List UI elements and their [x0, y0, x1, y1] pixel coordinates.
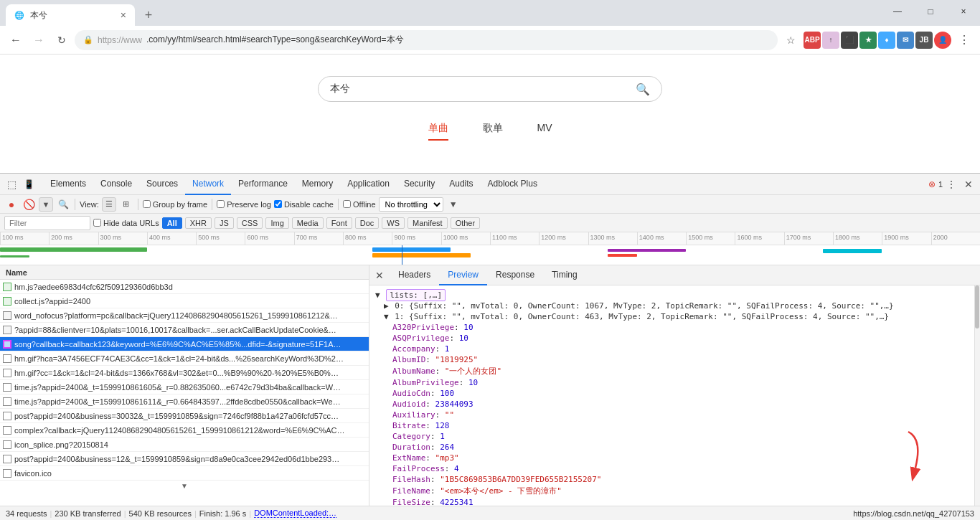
list-item[interactable]: time.js?appid=2400&_t=1599910861611&_r=0…: [0, 394, 369, 409]
search-input[interactable]: [330, 83, 630, 95]
dt-tab-sources[interactable]: Sources: [139, 174, 185, 195]
ext7-icon[interactable]: JB: [915, 32, 933, 49]
tab-playlists[interactable]: 歌单: [483, 122, 503, 141]
request-name: ?appid=88&clientver=10&plats=10016,10017…: [14, 326, 366, 334]
filter-type-font[interactable]: Font: [326, 217, 352, 229]
filter-type-all[interactable]: All: [162, 217, 182, 229]
network-toolbar: ● 🚫 ▼ 🔍 View: ☰ ⊞ Group by frame Preserv…: [0, 195, 980, 214]
search-box[interactable]: 🔍: [318, 76, 662, 102]
clear-btn[interactable]: 🚫: [22, 197, 36, 212]
expand-item0-icon[interactable]: ▶: [384, 301, 389, 311]
rd-tab-response[interactable]: Response: [487, 265, 543, 285]
dt-inspect-btn[interactable]: ⬚: [3, 176, 20, 193]
rd-tab-timing[interactable]: Timing: [543, 265, 586, 285]
hide-data-urls-checkbox[interactable]: Hide data URLs: [93, 219, 159, 227]
list-item[interactable]: icon_splice.png?20150814: [0, 438, 369, 452]
search-btn[interactable]: 🔍: [56, 197, 70, 212]
filter-type-img[interactable]: Img: [265, 217, 288, 229]
dt-tab-console[interactable]: Console: [93, 174, 139, 195]
tab-close-btn[interactable]: ×: [121, 9, 126, 21]
timeline-bar-4: [608, 249, 686, 252]
list-item[interactable]: word_nofocus?platform=pc&callback=jQuery…: [0, 308, 369, 323]
list-item[interactable]: collect.js?appid=2400: [0, 294, 369, 308]
list-item[interactable]: complex?callback=jQuery11240868290480561…: [0, 423, 369, 438]
status-sep2: |: [124, 509, 126, 518]
dt-tab-performance[interactable]: Performance: [231, 174, 295, 195]
offline-checkbox[interactable]: Offline: [343, 200, 376, 209]
filter-type-xhr[interactable]: XHR: [185, 217, 212, 229]
filter-type-css[interactable]: CSS: [237, 217, 263, 229]
ext2-icon[interactable]: ↑: [822, 32, 839, 49]
dt-tab-application[interactable]: Application: [340, 174, 397, 195]
rd-tab-headers[interactable]: Headers: [390, 265, 439, 285]
list-view-btn[interactable]: ☰: [102, 197, 116, 212]
list-item[interactable]: time.js?appid=2400&_t=1599910861605&_r=0…: [0, 380, 369, 394]
rd-tab-preview[interactable]: Preview: [439, 265, 487, 285]
record-btn[interactable]: ●: [4, 197, 19, 212]
back-btn[interactable]: ←: [6, 30, 26, 50]
disable-cache-checkbox[interactable]: Disable cache: [274, 200, 334, 209]
tab-singles[interactable]: 单曲: [428, 122, 448, 141]
expand-item1-icon[interactable]: ▼: [384, 312, 389, 321]
ext3-icon[interactable]: ⬛: [841, 32, 858, 49]
minimize-btn[interactable]: —: [881, 0, 914, 23]
filter-toggle-btn[interactable]: ▼: [39, 197, 53, 212]
throttling-select[interactable]: No throttling Fast 3G Slow 3G: [379, 197, 443, 212]
ext4-icon[interactable]: ★: [859, 32, 877, 49]
forward-btn[interactable]: →: [29, 30, 49, 50]
import-export-btn[interactable]: ▼: [446, 197, 461, 212]
list-item[interactable]: post?appid=2400&business=12&_t=159991085…: [0, 452, 369, 466]
filter-type-other[interactable]: Other: [451, 217, 481, 229]
filter-type-media[interactable]: Media: [292, 217, 324, 229]
dt-settings-btn[interactable]: ⋮: [943, 176, 960, 193]
filter-type-manifest[interactable]: Manifest: [407, 217, 448, 229]
dt-close-btn[interactable]: ✕: [960, 176, 977, 193]
bookmark-btn[interactable]: ☆: [781, 30, 801, 50]
abp-icon[interactable]: ABP: [804, 32, 821, 49]
new-tab-btn[interactable]: +: [138, 4, 159, 26]
more-menu-btn[interactable]: ⋮: [954, 30, 974, 50]
dt-tab-audits[interactable]: Audits: [442, 174, 480, 195]
dt-tab-security[interactable]: Security: [397, 174, 442, 195]
json-field-asq: ASQPrivilege: 10: [375, 333, 974, 344]
close-btn[interactable]: ×: [947, 0, 980, 23]
dt-device-btn[interactable]: 📱: [20, 176, 37, 193]
reload-btn[interactable]: ↻: [52, 30, 72, 50]
filter-type-ws[interactable]: WS: [382, 217, 405, 229]
address-bar[interactable]: 🔒 https://www .com/yy/html/search.html#s…: [75, 30, 778, 50]
ext8-icon[interactable]: 👤: [934, 32, 951, 49]
list-item[interactable]: hm.gif?cc=1&ck=1&cl=24-bit&ds=1366x768&v…: [0, 366, 369, 380]
tab-mv[interactable]: MV: [537, 122, 552, 141]
expand-lists-icon[interactable]: ▼: [375, 290, 380, 300]
active-tab[interactable]: 🌐 本兮 ×: [6, 4, 135, 26]
preserve-log-checkbox[interactable]: Preserve log: [217, 200, 271, 209]
dt-tab-memory[interactable]: Memory: [295, 174, 340, 195]
list-item[interactable]: ?appid=88&clientver=10&plats=10016,10017…: [0, 323, 369, 337]
waterfall-view-btn[interactable]: ⊞: [119, 197, 133, 212]
list-item[interactable]: favicon.ico: [0, 466, 369, 481]
json-field-filesize: FileSize: 4225341: [375, 497, 974, 506]
filter-input[interactable]: [4, 216, 90, 230]
ruler-tick: 900 ms: [392, 232, 440, 245]
filter-type-js[interactable]: JS: [215, 217, 234, 229]
selected-request[interactable]: song?callback=callback123&keyword=%E6%9C…: [0, 337, 369, 351]
json-field-audiocdn: AudioCdn: 100: [375, 388, 974, 399]
group-by-frame-checkbox[interactable]: Group by frame: [143, 200, 207, 209]
ext5-icon[interactable]: ♦: [878, 32, 895, 49]
network-list-body[interactable]: hm.js?aedee6983d4cfc62f509129360d6bb3d c…: [0, 280, 369, 506]
detail-scrollbar-thumb[interactable]: [975, 285, 979, 328]
detail-scrollbar[interactable]: [974, 285, 980, 506]
json-field-albumname: AlbumName: "一个人的女团": [375, 365, 974, 377]
list-item[interactable]: post?appid=2400&business=30032&_t=159991…: [0, 409, 369, 423]
maximize-btn[interactable]: □: [914, 0, 947, 23]
filter-type-doc[interactable]: Doc: [355, 217, 380, 229]
dt-tab-adblock[interactable]: Adblock Plus: [481, 174, 545, 195]
search-icon[interactable]: 🔍: [636, 82, 650, 96]
devtools-panel: ⬚ 📱 Elements Console Sources Network Per…: [0, 173, 980, 520]
ext6-icon[interactable]: ✉: [897, 32, 914, 49]
detail-close-btn[interactable]: ✕: [372, 268, 387, 283]
dt-tab-network[interactable]: Network: [185, 174, 231, 195]
list-item[interactable]: hm.gif?hca=3A7456ECF74CAE3C&cc=1&ck=1&cl…: [0, 351, 369, 366]
dt-tab-elements[interactable]: Elements: [43, 174, 93, 195]
list-item[interactable]: hm.js?aedee6983d4cfc62f509129360d6bb3d: [0, 280, 369, 294]
